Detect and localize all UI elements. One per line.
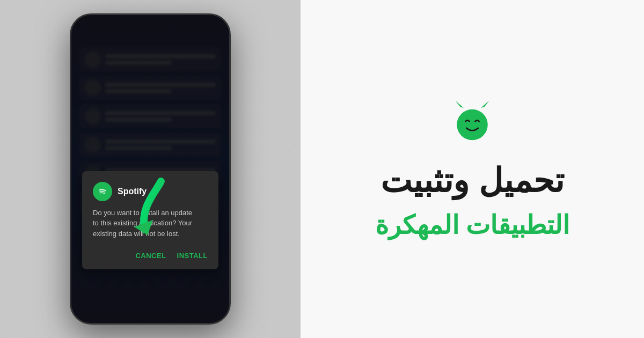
- dialog-app-name: Spotify: [118, 187, 147, 196]
- phone-screen: Spotify Do you want to install an update…: [71, 15, 229, 323]
- dialog-overlay: [71, 15, 229, 323]
- dialog-buttons: CANCEL INSTALL: [93, 247, 208, 264]
- svg-point-4: [457, 109, 488, 141]
- right-content: تحميل وتثبيت التطبيقات المهكرة: [375, 98, 569, 240]
- right-panel: تحميل وتثبيت التطبيقات المهكرة: [301, 0, 644, 338]
- install-dialog: Spotify Do you want to install an update…: [82, 171, 218, 270]
- logo-area: [448, 98, 496, 146]
- dialog-message: Do you want to install an update to this…: [93, 208, 208, 239]
- spotify-icon: [93, 182, 112, 201]
- install-button[interactable]: INSTALL: [177, 249, 208, 262]
- left-panel: Spotify Do you want to install an update…: [0, 0, 301, 338]
- arabic-title-sub: التطبيقات المهكرة: [375, 210, 569, 240]
- phone-mockup: Spotify Do you want to install an update…: [70, 13, 231, 325]
- dialog-header: Spotify: [93, 182, 208, 201]
- devil-logo-icon: [448, 98, 496, 146]
- arabic-title-main: تحميل وتثبيت: [380, 163, 564, 199]
- cancel-button[interactable]: CANCEL: [135, 249, 166, 262]
